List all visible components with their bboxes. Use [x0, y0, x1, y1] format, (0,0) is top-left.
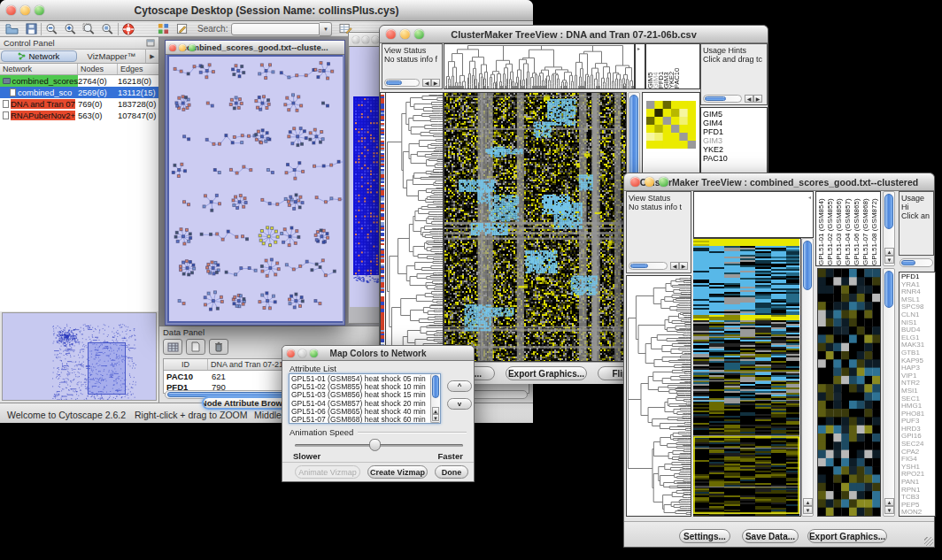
network-canvas[interactable] [169, 57, 343, 321]
tab-network[interactable]: Network [1, 50, 77, 62]
close-button[interactable] [352, 36, 359, 43]
scroll-down-arrow[interactable]: ▼ [884, 256, 894, 264]
scroll-down-arrow[interactable]: ▼ [432, 414, 439, 421]
column-label[interactable]: GPL51-02 (GSM855) [826, 192, 835, 265]
close-button[interactable] [6, 5, 16, 15]
scroll-up-arrow[interactable]: ▲ [803, 498, 813, 506]
speed-slider-thumb[interactable] [369, 439, 381, 451]
scroll-left-arrow[interactable]: ◀ [422, 79, 431, 87]
zoom-in-icon[interactable] [64, 23, 77, 35]
gene-label[interactable]: PFD1 [701, 127, 767, 136]
settings-button[interactable]: Settings... [679, 529, 730, 543]
minimize-button[interactable] [298, 349, 306, 357]
network-tree-row[interactable]: combined_scores 2764(0) 16218(0) [0, 75, 158, 87]
minimize-button[interactable] [400, 29, 410, 39]
vscroll-thumb[interactable] [884, 271, 893, 308]
zoom-button[interactable] [414, 29, 424, 39]
column-label[interactable]: GPL51-04 (GSM857) [844, 192, 853, 265]
close-button[interactable] [287, 349, 295, 357]
export-graphics-button[interactable]: Export Graphics... [807, 529, 887, 543]
treeview1-heatmap[interactable] [444, 92, 627, 362]
gene-label[interactable]: YKE2 [701, 145, 767, 154]
treeview2-heatmap-vscrollbar[interactable]: ▲ ▼ [801, 238, 814, 517]
float-panel-icon[interactable] [146, 39, 155, 47]
search-dropdown-button[interactable]: ▼ [320, 22, 332, 36]
scroll-up-arrow[interactable]: ▲ [884, 248, 894, 256]
scroll-down-arrow[interactable]: ▼ [803, 506, 813, 514]
treeview2-row-dendrogram[interactable] [626, 275, 691, 517]
gene-label[interactable]: PAC10 [701, 154, 767, 163]
scroll-left-arrow[interactable]: ◀ [745, 95, 753, 103]
vscroll-thumb[interactable] [432, 375, 439, 398]
view-status-hscrollbar[interactable] [384, 79, 420, 87]
zoom-button[interactable] [310, 349, 318, 357]
delete-attribute-button[interactable] [209, 339, 228, 355]
open-session-icon[interactable] [5, 23, 19, 35]
treeview1-zoom-heatmap[interactable] [646, 101, 696, 149]
birdseye-canvas[interactable] [3, 313, 156, 400]
column-label[interactable]: GPL51-01 (GSM854) [817, 192, 826, 265]
zoom-fit-icon[interactable] [101, 23, 114, 35]
minimize-button[interactable] [20, 5, 30, 15]
treeview1-column-dendrogram[interactable] [444, 43, 635, 89]
view-status-hscrollbar[interactable] [629, 262, 668, 270]
gene-label[interactable]: GIM3 [701, 136, 767, 145]
minimize-button[interactable] [362, 36, 369, 43]
attribute-list-vscrollbar[interactable]: ▲ ▼ [430, 374, 440, 423]
vscroll-thumb[interactable] [803, 241, 812, 290]
treeview2-titlebar[interactable]: ClusterMaker TreeView : combined_scores_… [624, 173, 934, 191]
treeview2-zoom-heatmap[interactable] [817, 268, 881, 517]
minimize-button[interactable] [179, 44, 186, 51]
save-data-button[interactable]: Save Data... [742, 529, 799, 543]
network-tree-row[interactable]: DNA and Tran 07 769(0) 183728(0) [0, 98, 158, 110]
done-button[interactable]: Done [435, 465, 468, 479]
scroll-up-arrow[interactable]: ▲ [432, 407, 439, 414]
help-lifering-icon[interactable] [122, 23, 135, 35]
gene-label[interactable]: MON2 [900, 509, 935, 517]
network-tree-row[interactable]: RNAPuberNov2+ 563(0) 107847(0) [0, 110, 158, 121]
scroll-up-arrow[interactable]: ▲ [884, 498, 894, 506]
network-view-titlebar[interactable]: combined_scores_good.txt--cluste... [166, 41, 344, 55]
treeview1-titlebar[interactable]: ClusterMaker TreeView : DNA and Tran 07-… [380, 26, 768, 43]
dialog-titlebar[interactable]: Map Colors to Network [282, 346, 474, 361]
zoom-button[interactable] [372, 36, 379, 43]
resize-grip[interactable] [924, 537, 933, 546]
node-attribute-browser-button[interactable]: Node Attribute Browser [202, 396, 294, 410]
create-vizmap-button[interactable]: Create Vizmap [367, 465, 428, 479]
scroll-down-arrow[interactable]: ▼ [884, 506, 894, 514]
zoom-selected-icon[interactable] [82, 23, 96, 35]
panel-grid-icon[interactable] [158, 23, 169, 35]
main-titlebar[interactable]: Cytoscape Desktop (Session Name: collins… [0, 0, 533, 21]
gene-label[interactable]: GIM4 [701, 119, 767, 127]
scroll-left-arrow[interactable]: ◀ [670, 262, 679, 270]
move-up-button[interactable]: ^ [447, 380, 472, 392]
treeview2-column-dendrogram[interactable]: ◂ [693, 191, 814, 238]
minimize-button[interactable] [645, 177, 654, 187]
scroll-right-arrow[interactable]: ▶ [679, 262, 688, 270]
zoom-button[interactable] [189, 44, 196, 51]
column-label[interactable]: GPL51-03 (GSM856) [835, 192, 844, 265]
column-label[interactable]: GPL51-08 (GSM872) [870, 192, 879, 265]
new-attribute-button[interactable] [186, 339, 205, 355]
select-attributes-button[interactable] [163, 339, 182, 355]
zoom-button[interactable] [35, 5, 44, 15]
treeview2-collabel-vscrollbar[interactable]: ▲ ▼ [883, 191, 895, 266]
birdseye-view[interactable] [2, 312, 157, 401]
annotation-icon[interactable] [176, 23, 189, 35]
treeview1-row-dendrogram[interactable] [385, 92, 444, 362]
zoom-out-icon[interactable] [45, 23, 58, 35]
scroll-right-arrow[interactable]: ▶ [753, 95, 762, 103]
tab-vizmapper[interactable]: VizMapper™ [78, 50, 145, 63]
attribute-list-item[interactable]: GPL51-07 (GSM868) heat shock 60 min [290, 416, 440, 424]
save-session-icon[interactable] [26, 23, 37, 35]
export-graphics-button[interactable]: Export Graphics... [506, 366, 587, 380]
column-label[interactable]: GPL51-06 (GSM865) [853, 192, 861, 265]
treeview2-usage-hscrollbar[interactable] [900, 258, 933, 267]
treeview2-zoom-vscrollbar[interactable]: ▲ ▼ [883, 268, 895, 517]
scroll-right-arrow[interactable]: ▶ [431, 79, 440, 87]
animate-vizmap-button[interactable]: Animate Vizmap [295, 465, 360, 479]
column-label[interactable]: GPL51-07 (GSM868) [861, 192, 870, 265]
gene-label[interactable]: GIM5 [701, 110, 767, 119]
search-input[interactable] [231, 23, 320, 35]
close-button[interactable] [386, 29, 396, 39]
